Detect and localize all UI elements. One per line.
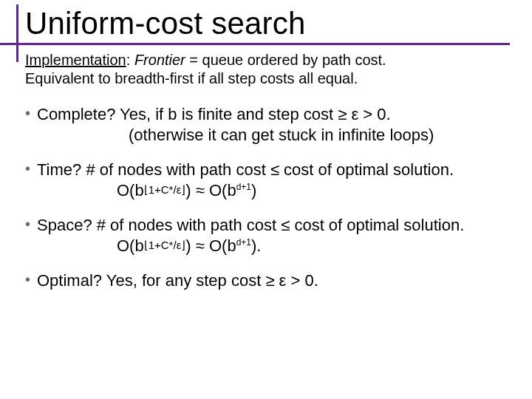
time-formula-c: ): [251, 181, 256, 200]
slide: Uniform-cost search Implementation: Fron…: [0, 0, 532, 399]
space-formula-c: ).: [251, 236, 261, 255]
time-exp1: ⌊1+C*/ε⌋: [144, 183, 186, 196]
item-optimal: • Optimal? Yes, for any step cost ≥ ε > …: [25, 270, 502, 291]
intro-colon: :: [126, 52, 134, 68]
item-complete: • Complete? Yes, if b is finite and step…: [25, 104, 502, 145]
title-accent-bar: [16, 4, 18, 62]
space-answer-1: # of nodes with path cost ≤ cost of opti…: [92, 216, 465, 234]
slide-body: Implementation: Frontier = queue ordered…: [0, 45, 532, 291]
intro-paragraph: Implementation: Frontier = queue ordered…: [25, 51, 502, 88]
title-underline: [0, 43, 510, 45]
time-question: Time?: [37, 160, 81, 179]
space-formula: O(b⌊1+C*/ε⌋) ≈ O(bd+1).: [37, 236, 502, 256]
space-formula-a: O(b: [117, 236, 144, 255]
time-exp2: d+1: [236, 181, 251, 191]
optimal-answer: Yes, for any step cost ≥ ε > 0.: [102, 271, 318, 290]
bullet-icon: •: [25, 106, 30, 120]
space-question: Space?: [37, 216, 92, 234]
time-formula-a: O(b: [117, 181, 144, 200]
bullet-icon: •: [25, 161, 30, 176]
complete-question: Complete?: [37, 105, 115, 123]
space-exp1: ⌊1+C*/ε⌋: [144, 239, 186, 251]
time-formula: O(b⌊1+C*/ε⌋) ≈ O(bd+1): [37, 180, 502, 201]
intro-label: Implementation: [25, 52, 126, 68]
intro-frontier: Frontier: [134, 52, 185, 68]
space-formula-b: ) ≈ O(b: [185, 236, 236, 255]
slide-title: Uniform-cost search: [0, 6, 532, 43]
complete-answer-1: Yes, if b is finite and step cost ≥ ε > …: [115, 105, 390, 123]
title-block: Uniform-cost search: [0, 0, 532, 45]
optimal-question: Optimal?: [37, 271, 102, 290]
time-answer-1: # of nodes with path cost ≤ cost of opti…: [81, 160, 454, 179]
bullet-icon: •: [25, 216, 30, 231]
item-space: • Space? # of nodes with path cost ≤ cos…: [25, 215, 502, 256]
intro-line2: Equivalent to breadth-first if all step …: [25, 70, 358, 86]
item-time: • Time? # of nodes with path cost ≤ cost…: [25, 160, 502, 200]
bullet-icon: •: [25, 272, 30, 287]
space-exp2: d+1: [236, 236, 251, 247]
complete-answer-2: (otherwise it can get stuck in infinite …: [37, 125, 502, 146]
time-formula-b: ) ≈ O(b: [185, 181, 236, 200]
intro-rest1: = queue ordered by path cost.: [185, 52, 386, 68]
